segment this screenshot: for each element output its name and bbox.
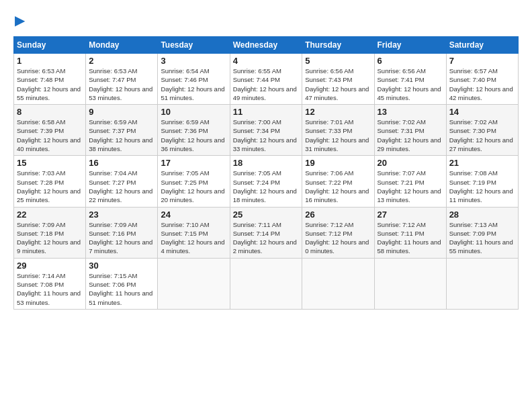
day-info: Sunrise: 7:03 AMSunset: 7:28 PMDaylight:… [17, 169, 83, 204]
calendar-cell: 13Sunrise: 7:02 AMSunset: 7:31 PMDayligh… [374, 105, 446, 156]
calendar-cell: 22Sunrise: 7:09 AMSunset: 7:18 PMDayligh… [14, 207, 86, 258]
day-info: Sunrise: 6:56 AMSunset: 7:43 PMDaylight:… [305, 66, 371, 102]
day-info: Sunrise: 7:15 AMSunset: 7:06 PMDaylight:… [89, 271, 154, 307]
day-info: Sunrise: 6:59 AMSunset: 7:36 PMDaylight:… [161, 118, 226, 153]
day-info: Sunrise: 7:09 AMSunset: 7:16 PMDaylight:… [89, 220, 154, 256]
calendar-cell: 15Sunrise: 7:03 AMSunset: 7:28 PMDayligh… [14, 156, 86, 207]
day-number: 20 [378, 158, 443, 168]
day-number: 9 [89, 107, 154, 117]
calendar-cell: 5Sunrise: 6:56 AMSunset: 7:43 PMDaylight… [302, 54, 374, 105]
calendar-cell: 8Sunrise: 6:58 AMSunset: 7:39 PMDaylight… [14, 105, 86, 156]
day-info: Sunrise: 6:53 AMSunset: 7:48 PMDaylight:… [17, 66, 83, 102]
day-number: 27 [378, 210, 443, 220]
day-number: 21 [449, 158, 515, 168]
calendar-cell: 18Sunrise: 7:05 AMSunset: 7:24 PMDayligh… [230, 156, 302, 207]
day-number: 6 [378, 56, 443, 66]
day-info: Sunrise: 7:01 AMSunset: 7:33 PMDaylight:… [305, 118, 371, 153]
calendar-cell: 11Sunrise: 7:00 AMSunset: 7:34 PMDayligh… [230, 105, 302, 156]
day-number: 14 [449, 107, 515, 117]
calendar-cell: 16Sunrise: 7:04 AMSunset: 7:27 PMDayligh… [86, 156, 158, 207]
day-info: Sunrise: 6:57 AMSunset: 7:40 PMDaylight:… [449, 66, 515, 102]
logo-bird-icon: ▶ [15, 12, 25, 28]
day-info: Sunrise: 6:59 AMSunset: 7:37 PMDaylight:… [89, 118, 154, 153]
day-info: Sunrise: 7:02 AMSunset: 7:30 PMDaylight:… [449, 118, 515, 153]
day-number: 16 [89, 158, 154, 168]
day-info: Sunrise: 7:05 AMSunset: 7:24 PMDaylight:… [233, 169, 300, 204]
day-number: 10 [161, 107, 226, 117]
day-header: Thursday [302, 37, 374, 54]
day-number: 24 [161, 210, 226, 220]
calendar-cell: 10Sunrise: 6:59 AMSunset: 7:36 PMDayligh… [158, 105, 230, 156]
day-number: 8 [17, 107, 83, 117]
day-info: Sunrise: 7:10 AMSunset: 7:15 PMDaylight:… [161, 220, 226, 256]
day-number: 3 [161, 56, 226, 66]
day-number: 1 [17, 56, 83, 66]
calendar-cell: 21Sunrise: 7:08 AMSunset: 7:19 PMDayligh… [446, 156, 518, 207]
day-info: Sunrise: 7:08 AMSunset: 7:19 PMDaylight:… [449, 169, 515, 204]
calendar-cell: 24Sunrise: 7:10 AMSunset: 7:15 PMDayligh… [158, 207, 230, 258]
day-number: 13 [378, 107, 443, 117]
calendar-cell: 20Sunrise: 7:07 AMSunset: 7:21 PMDayligh… [374, 156, 446, 207]
day-number: 18 [233, 158, 300, 168]
calendar-cell: 3Sunrise: 6:54 AMSunset: 7:46 PMDaylight… [158, 54, 230, 105]
day-number: 2 [89, 56, 154, 66]
calendar-cell: 23Sunrise: 7:09 AMSunset: 7:16 PMDayligh… [86, 207, 158, 258]
day-info: Sunrise: 6:54 AMSunset: 7:46 PMDaylight:… [161, 66, 226, 102]
day-info: Sunrise: 7:07 AMSunset: 7:21 PMDaylight:… [378, 169, 443, 204]
calendar-cell: 9Sunrise: 6:59 AMSunset: 7:37 PMDaylight… [86, 105, 158, 156]
day-number: 23 [89, 210, 154, 220]
calendar-cell: 1Sunrise: 6:53 AMSunset: 7:48 PMDaylight… [14, 54, 86, 105]
day-number: 29 [17, 261, 83, 271]
calendar-cell: 25Sunrise: 7:11 AMSunset: 7:14 PMDayligh… [230, 207, 302, 258]
day-number: 4 [233, 56, 300, 66]
day-number: 30 [89, 261, 154, 271]
day-info: Sunrise: 7:12 AMSunset: 7:11 PMDaylight:… [378, 220, 443, 256]
day-number: 5 [305, 56, 371, 66]
day-info: Sunrise: 7:09 AMSunset: 7:18 PMDaylight:… [17, 220, 83, 256]
day-header: Sunday [14, 37, 86, 54]
logo: ▶ [13, 12, 25, 28]
day-number: 11 [233, 107, 300, 117]
day-info: Sunrise: 7:05 AMSunset: 7:25 PMDaylight:… [161, 169, 226, 204]
day-number: 28 [449, 210, 515, 220]
calendar-cell: 29Sunrise: 7:14 AMSunset: 7:08 PMDayligh… [14, 258, 86, 309]
calendar-cell: 14Sunrise: 7:02 AMSunset: 7:30 PMDayligh… [446, 105, 518, 156]
day-info: Sunrise: 6:56 AMSunset: 7:41 PMDaylight:… [378, 66, 443, 102]
calendar-cell [374, 258, 446, 309]
calendar-cell [230, 258, 302, 309]
calendar-cell: 19Sunrise: 7:06 AMSunset: 7:22 PMDayligh… [302, 156, 374, 207]
calendar-cell [158, 258, 230, 309]
day-info: Sunrise: 7:12 AMSunset: 7:12 PMDaylight:… [305, 220, 371, 256]
day-info: Sunrise: 7:13 AMSunset: 7:09 PMDaylight:… [449, 220, 515, 256]
calendar-cell: 26Sunrise: 7:12 AMSunset: 7:12 PMDayligh… [302, 207, 374, 258]
day-info: Sunrise: 7:04 AMSunset: 7:27 PMDaylight:… [89, 169, 154, 204]
day-number: 25 [233, 210, 300, 220]
day-info: Sunrise: 6:58 AMSunset: 7:39 PMDaylight:… [17, 118, 83, 153]
day-header: Tuesday [158, 37, 230, 54]
calendar-cell: 2Sunrise: 6:53 AMSunset: 7:47 PMDaylight… [86, 54, 158, 105]
calendar-cell: 28Sunrise: 7:13 AMSunset: 7:09 PMDayligh… [446, 207, 518, 258]
calendar-cell: 6Sunrise: 6:56 AMSunset: 7:41 PMDaylight… [374, 54, 446, 105]
calendar-cell: 30Sunrise: 7:15 AMSunset: 7:06 PMDayligh… [86, 258, 158, 309]
day-number: 19 [305, 158, 371, 168]
day-header: Monday [86, 37, 158, 54]
day-info: Sunrise: 7:02 AMSunset: 7:31 PMDaylight:… [378, 118, 443, 153]
day-info: Sunrise: 6:53 AMSunset: 7:47 PMDaylight:… [89, 66, 154, 102]
day-number: 15 [17, 158, 83, 168]
calendar: SundayMondayTuesdayWednesdayThursdayFrid… [13, 36, 519, 310]
day-info: Sunrise: 7:06 AMSunset: 7:22 PMDaylight:… [305, 169, 371, 204]
day-info: Sunrise: 7:14 AMSunset: 7:08 PMDaylight:… [17, 271, 83, 307]
day-header: Wednesday [230, 37, 302, 54]
calendar-cell [302, 258, 374, 309]
calendar-cell: 27Sunrise: 7:12 AMSunset: 7:11 PMDayligh… [374, 207, 446, 258]
day-info: Sunrise: 7:00 AMSunset: 7:34 PMDaylight:… [233, 118, 300, 153]
day-number: 7 [449, 56, 515, 66]
day-number: 17 [161, 158, 226, 168]
calendar-cell [446, 258, 518, 309]
calendar-cell: 12Sunrise: 7:01 AMSunset: 7:33 PMDayligh… [302, 105, 374, 156]
day-number: 12 [305, 107, 371, 117]
day-header: Friday [374, 37, 446, 54]
day-header: Saturday [446, 37, 518, 54]
day-number: 22 [17, 210, 83, 220]
day-info: Sunrise: 7:11 AMSunset: 7:14 PMDaylight:… [233, 220, 300, 256]
